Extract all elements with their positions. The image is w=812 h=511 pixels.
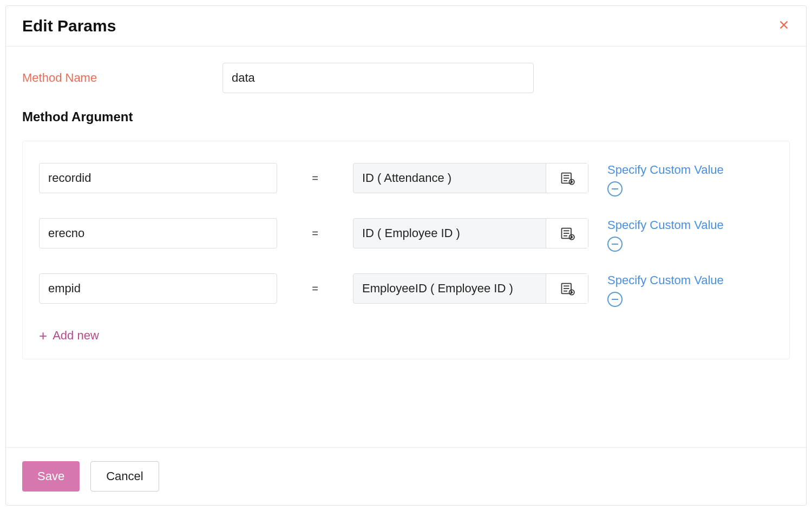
dialog-header: Edit Params bbox=[6, 6, 806, 47]
argument-value-picker: ID ( Employee ID ) bbox=[353, 218, 588, 248]
method-name-label: Method Name bbox=[22, 71, 222, 85]
argument-key-input[interactable] bbox=[39, 163, 277, 193]
row-actions: Specify Custom Value bbox=[607, 273, 724, 307]
method-name-row: Method Name bbox=[22, 63, 790, 93]
remove-argument-button[interactable] bbox=[607, 237, 623, 252]
dialog-body: Method Name Method Argument = ID ( Atten… bbox=[6, 47, 806, 447]
add-new-label: Add new bbox=[53, 329, 99, 343]
save-button[interactable]: Save bbox=[22, 461, 80, 492]
argument-key-input[interactable] bbox=[39, 273, 277, 304]
argument-key-input[interactable] bbox=[39, 218, 277, 248]
close-icon bbox=[778, 19, 790, 31]
method-name-input[interactable] bbox=[222, 63, 534, 93]
argument-row: = ID ( Attendance ) Specify Custom Value bbox=[39, 163, 773, 196]
argument-row: = ID ( Employee ID ) Specify Custom Valu… bbox=[39, 218, 773, 252]
value-picker-button[interactable] bbox=[546, 219, 588, 248]
argument-row: = EmployeeID ( Employee ID ) Specify Cus… bbox=[39, 273, 773, 307]
form-picker-icon bbox=[560, 171, 575, 186]
row-actions: Specify Custom Value bbox=[607, 218, 724, 252]
row-actions: Specify Custom Value bbox=[607, 163, 724, 196]
argument-value-display: ID ( Employee ID ) bbox=[353, 219, 546, 248]
dialog-title: Edit Params bbox=[22, 17, 116, 35]
remove-argument-button[interactable] bbox=[607, 292, 623, 307]
specify-custom-value-link[interactable]: Specify Custom Value bbox=[607, 218, 724, 232]
argument-value-picker: ID ( Attendance ) bbox=[353, 163, 588, 193]
close-button[interactable] bbox=[778, 18, 790, 34]
form-picker-icon bbox=[560, 281, 575, 296]
add-new-argument-button[interactable]: + Add new bbox=[39, 329, 99, 343]
remove-argument-button[interactable] bbox=[607, 181, 623, 196]
form-picker-icon bbox=[560, 226, 575, 241]
method-argument-title: Method Argument bbox=[22, 109, 790, 125]
argument-value-display: EmployeeID ( Employee ID ) bbox=[353, 274, 546, 303]
plus-icon: + bbox=[39, 329, 47, 343]
equals-sign: = bbox=[277, 163, 353, 193]
argument-container: = ID ( Attendance ) Specify Custom Value… bbox=[22, 141, 790, 359]
value-picker-button[interactable] bbox=[546, 274, 588, 303]
edit-params-dialog: Edit Params Method Name Method Argument … bbox=[5, 5, 807, 506]
argument-value-display: ID ( Attendance ) bbox=[353, 163, 546, 193]
dialog-footer: Save Cancel bbox=[6, 447, 806, 505]
argument-value-picker: EmployeeID ( Employee ID ) bbox=[353, 273, 588, 304]
specify-custom-value-link[interactable]: Specify Custom Value bbox=[607, 163, 724, 177]
specify-custom-value-link[interactable]: Specify Custom Value bbox=[607, 273, 724, 287]
equals-sign: = bbox=[277, 218, 353, 248]
cancel-button[interactable]: Cancel bbox=[90, 461, 159, 492]
value-picker-button[interactable] bbox=[546, 163, 588, 193]
equals-sign: = bbox=[277, 273, 353, 304]
